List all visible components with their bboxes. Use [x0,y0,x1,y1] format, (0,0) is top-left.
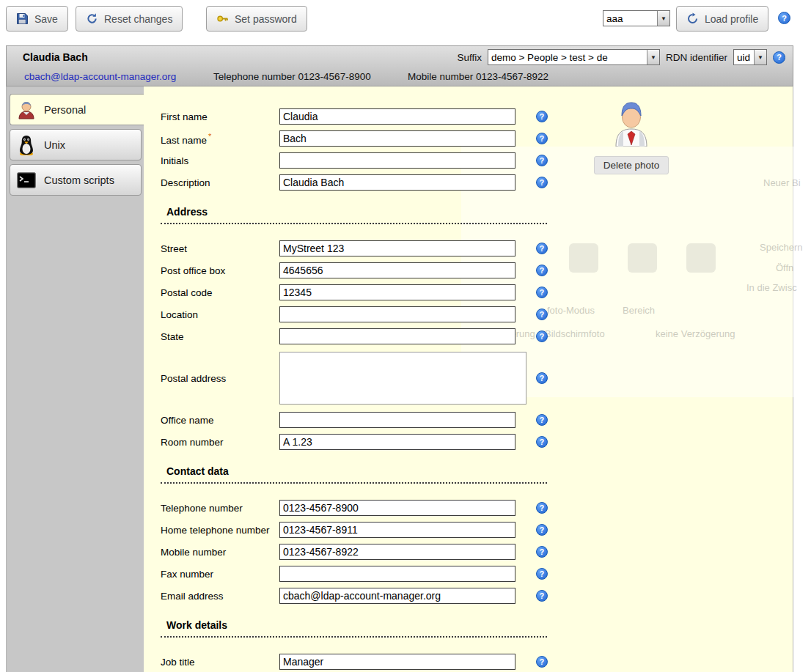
postal-address-input[interactable] [279,352,526,405]
save-icon [16,12,29,25]
field-label: Job title [161,657,279,668]
account-email-link[interactable]: cbach@ldap-account-manager.org [24,71,176,82]
help-icon[interactable]: ? [536,331,548,342]
tab-unix[interactable]: Unix [10,129,142,160]
help-icon[interactable]: ? [536,155,548,166]
form-row: Description? [161,171,793,193]
initials-input[interactable] [279,152,515,169]
form-row: Office name? [161,409,793,431]
dropdown-arrow-icon: ▼ [647,50,659,64]
help-icon[interactable]: ? [536,568,548,580]
content-area: PersonalUnixCustom scripts ▪ ▪Neuer BiSp… [6,86,793,672]
home-telephone-number-input[interactable] [279,522,515,538]
help-icon[interactable]: ? [536,177,548,188]
section-header-address: Address [161,204,547,224]
rdn-select-value: uid [734,50,754,64]
field-label: Mobile number [161,547,279,558]
key-icon [216,12,229,25]
telephone-number-input[interactable] [279,500,515,516]
help-icon[interactable]: ? [536,243,548,254]
profile-select-value: aaa [603,11,657,26]
set-password-button[interactable]: Set password [206,6,307,32]
form-row: Postal address? [161,347,793,409]
form-row: Home telephone number? [161,519,793,541]
help-icon[interactable]: ? [773,51,785,64]
mobile-number-input[interactable] [279,544,515,560]
save-button-label: Save [34,13,58,25]
account-header-row2: cbach@ldap-account-manager.org Telephone… [7,68,793,87]
delete-photo-button[interactable]: Delete photo [594,156,669,174]
tab-personal[interactable]: Personal [10,94,144,125]
load-profile-button[interactable]: Load profile [676,6,768,32]
field-label: Initials [161,155,279,166]
terminal-icon [16,170,37,191]
help-icon[interactable]: ? [536,111,548,122]
suffix-select-value: demo > People > test > de [488,50,647,64]
tab-label: Personal [44,104,86,116]
help-icon[interactable]: ? [536,265,548,276]
tab-label: Unix [44,139,65,151]
load-profile-label: Load profile [705,13,758,25]
rdn-select[interactable]: uid ▼ [733,49,767,65]
street-input[interactable] [279,240,515,256]
profile-select[interactable]: aaa ▼ [603,10,670,26]
reset-icon [86,12,98,25]
save-button[interactable]: Save [6,6,68,32]
job-title-input[interactable] [279,654,515,670]
help-icon[interactable]: ? [536,524,548,536]
field-label: Post office box [161,265,279,276]
location-input[interactable] [279,306,515,322]
fax-number-input[interactable] [279,566,515,582]
dropdown-arrow-icon: ▼ [657,11,669,26]
form-row: Location? [161,303,793,325]
post-office-box-input[interactable] [279,262,515,278]
field-label: Street [161,243,279,254]
form-row: Mobile number? [161,541,793,563]
field-label: Location [161,309,279,320]
account-header: Claudia Bach Suffix demo > People > test… [6,45,793,86]
help-icon[interactable]: ? [536,133,548,144]
section-header-work-details: Work details [161,617,547,638]
user-photo-block: Delete photo [584,100,679,174]
state-input[interactable] [279,328,515,344]
help-icon[interactable]: ? [536,436,548,448]
help-icon[interactable]: ? [536,546,548,558]
first-name-input[interactable] [279,108,515,125]
tab-custom-scripts[interactable]: Custom scripts [10,164,142,196]
top-toolbar: Save Reset changes Set password aaa ▼ Lo… [0,0,811,40]
user-photo [612,137,650,149]
form-row: Job title? [161,651,793,672]
module-tab-list: PersonalUnixCustom scripts [7,86,144,672]
reset-changes-button[interactable]: Reset changes [76,6,183,32]
required-marker: * [208,132,211,141]
help-icon[interactable]: ? [536,309,548,320]
help-icon[interactable]: ? [536,414,548,426]
account-mobile: Mobile number 0123-4567-8922 [408,71,548,82]
field-label: Fax number [161,569,279,580]
form-row: Room number? [161,431,793,453]
field-label: Telephone number [161,503,279,514]
personal-panel: ▪ ▪Neuer BiSpeichernÖffnIn die Zwiscfoto… [144,86,793,672]
rdn-label: RDN identifier [666,52,727,63]
email-address-input[interactable] [279,588,515,604]
help-icon[interactable]: ? [536,590,548,602]
help-icon[interactable]: ? [536,656,548,668]
field-label: State [161,331,279,342]
room-number-input[interactable] [279,434,515,450]
suffix-select[interactable]: demo > People > test > de ▼ [488,49,660,65]
help-icon[interactable]: ? [536,502,548,514]
form-row: Fax number? [161,563,793,585]
help-icon[interactable]: ? [536,372,548,384]
office-name-input[interactable] [279,412,515,428]
field-label: Office name [161,415,279,426]
form-row: First name? [161,106,793,128]
description-input[interactable] [279,174,515,191]
help-icon[interactable]: ? [778,12,790,24]
set-password-label: Set password [235,13,297,25]
last-name-input[interactable] [279,130,515,147]
field-label: Email address [161,591,279,602]
postal-code-input[interactable] [279,284,515,300]
tab-label: Custom scripts [44,174,114,186]
help-icon[interactable]: ? [536,287,548,298]
account-edit-frame: Claudia Bach Suffix demo > People > test… [6,45,793,672]
